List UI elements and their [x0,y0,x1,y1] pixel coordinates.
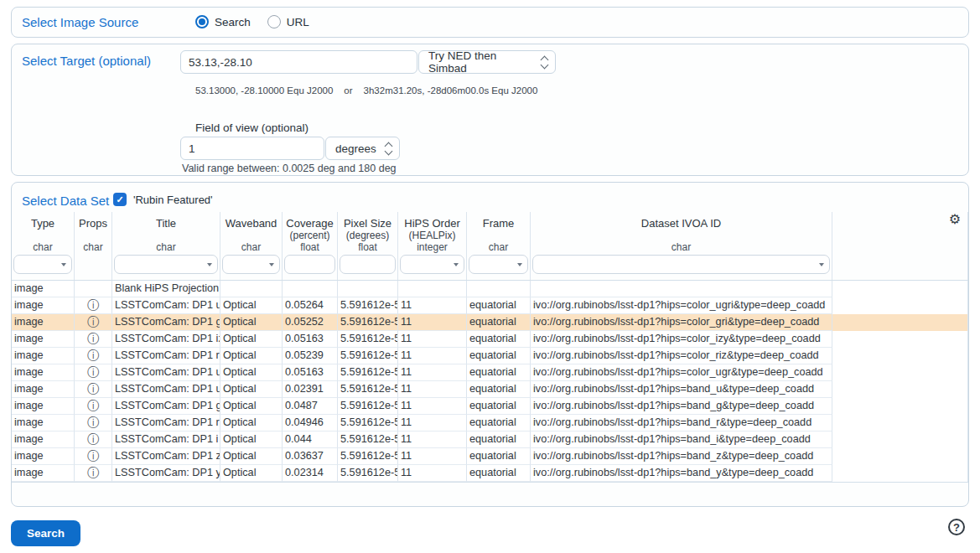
column-header-dataset-ivoa-id[interactable]: Dataset IVOA ID char [531,212,832,280]
info-icon[interactable]: ⓘ [87,399,99,412]
column-header-pixel-size[interactable]: Pixel Size (degrees) float [338,212,398,280]
info-icon[interactable]: ⓘ [87,349,99,362]
column-unit: (degrees) [338,230,397,241]
cell-type: image [12,314,75,331]
resolver-select[interactable]: Try NED then Simbad [418,50,556,74]
coords-sexagesimal: 3h32m31.20s, -28d06m00.0s Equ J2000 [364,85,538,96]
info-icon[interactable]: ⓘ [87,432,99,446]
row-spacer [832,465,968,482]
cell-waveband: Optical [220,432,283,448]
column-filter-area [467,253,530,280]
table-row[interactable]: image ⓘ LSSTComCam: DP1 riz Optical 0.05… [12,348,968,364]
table-row[interactable]: image ⓘ LSSTComCam: DP1 izy Optical 0.05… [12,331,968,348]
rubin-featured-checkbox-group[interactable]: ✓ 'Rubin Featured' [113,193,213,206]
cell-hips-order: 11 [398,448,467,465]
table-row[interactable]: image ⓘ LSSTComCam: DP1 ugr Optical 0.05… [12,364,968,381]
column-datatype: char [112,241,220,253]
help-icon[interactable]: ? [948,519,965,535]
column-filter-input[interactable] [340,255,396,274]
info-icon[interactable]: ⓘ [87,332,99,345]
column-filter-input[interactable] [469,255,528,274]
info-icon[interactable]: ⓘ [87,416,99,429]
column-unit [12,230,74,241]
table-row[interactable]: image ⓘ LSSTComCam: DP1 gri Optical 0.05… [12,314,968,331]
row-spacer [832,448,968,465]
column-filter-area [398,253,466,280]
cell-hips-order: 11 [398,348,467,364]
table-row[interactable]: image ⓘ LSSTComCam: DP1 y Optical 0.0231… [12,465,968,482]
cell-waveband: Optical [220,331,283,348]
cell-ivoa-id: ivo://org.rubinobs/lsst-dp1?hips=band_u&… [531,381,832,398]
row-spacer [832,432,968,448]
select-spinner-icon [542,57,547,68]
column-header-coverage[interactable]: Coverage (percent) float [283,212,338,280]
column-header-waveband[interactable]: Waveband char [220,212,283,280]
radio-search[interactable]: Search [195,15,251,28]
cell-title: LSSTComCam: DP1 izy [112,331,220,348]
cell-hips-order: 11 [398,314,467,331]
table-row[interactable]: image ⓘ LSSTComCam: DP1 i Optical 0.044 … [12,432,968,448]
cell-type: image [12,381,75,398]
target-input[interactable] [180,50,417,74]
column-header-title[interactable]: Title char [112,212,220,280]
info-icon[interactable]: ⓘ [87,449,99,463]
cell-ivoa-id: ivo://org.rubinobs/lsst-dp1?hips=band_g&… [531,398,832,415]
info-icon[interactable]: ⓘ [87,466,99,479]
column-filter-input[interactable] [13,255,72,274]
table-row[interactable]: image ⓘ LSSTComCam: DP1 r Optical 0.0494… [12,415,968,432]
info-icon[interactable]: ⓘ [87,298,99,312]
table-row[interactable]: image ⓘ LSSTComCam: DP1 u Optical 0.0239… [12,381,968,398]
column-header-frame[interactable]: Frame char [467,212,531,280]
column-header-props[interactable]: Props char [75,212,112,280]
table-row[interactable]: image Blank HiPS Projection [12,281,968,297]
cell-pixel-size: 5.591612e-5 [338,448,398,465]
fov-input[interactable] [180,137,324,160]
cell-type: image [12,331,75,348]
cell-type: image [12,297,75,314]
column-datatype: char [220,241,282,253]
column-header-type[interactable]: Type char [12,212,75,280]
cell-props: ⓘ [75,364,112,381]
cell-coverage: 0.044 [283,432,338,448]
info-icon[interactable]: ⓘ [87,382,99,395]
fov-label: Field of view (optional) [195,121,309,134]
cell-waveband [220,281,283,297]
radio-url[interactable]: URL [267,15,309,28]
cell-title: LSSTComCam: DP1 i [112,432,220,448]
cell-title: LSSTComCam: DP1 y [112,465,220,482]
cell-type: image [12,432,75,448]
table-row[interactable]: image ⓘ LSSTComCam: DP1 ugri Optical 0.0… [12,297,968,314]
column-filter-input[interactable] [114,255,218,274]
cell-props: ⓘ [75,465,112,482]
table-row[interactable]: image ⓘ LSSTComCam: DP1 g Optical 0.0487… [12,398,968,415]
column-filter-input[interactable] [532,255,830,274]
column-filter-input[interactable] [284,255,335,274]
info-icon[interactable]: ⓘ [87,365,99,379]
cell-pixel-size: 5.591612e-5 [338,398,398,415]
cell-hips-order: 11 [398,381,467,398]
fov-unit-select[interactable]: degrees [325,137,400,160]
column-filter-input[interactable] [400,255,464,274]
column-header-hips-order[interactable]: HiPS Order (HEALPix) integer [398,212,467,280]
table-settings-gear-icon[interactable]: ⚙ [949,212,961,227]
column-filter-area [531,253,832,280]
cell-ivoa-id: ivo://org.rubinobs/lsst-dp1?hips=color_u… [531,364,832,381]
info-icon[interactable]: ⓘ [87,315,99,328]
cell-hips-order [398,281,467,297]
cell-waveband: Optical [220,297,283,314]
cell-pixel-size: 5.591612e-5 [338,432,398,448]
row-spacer [832,297,968,314]
cell-waveband: Optical [220,415,283,432]
column-filter-input[interactable] [222,255,280,274]
search-button[interactable]: Search [11,520,80,546]
cell-type: image [12,364,75,381]
cell-ivoa-id: ivo://org.rubinobs/lsst-dp1?hips=band_i&… [531,432,832,448]
column-unit [112,230,220,241]
cell-ivoa-id [531,281,832,297]
checkbox-checked-icon[interactable]: ✓ [113,193,127,206]
table-row[interactable]: image ⓘ LSSTComCam: DP1 z Optical 0.0363… [12,448,968,465]
cell-hips-order: 11 [398,465,467,482]
cell-pixel-size: 5.591612e-5 [338,297,398,314]
cell-coverage: 0.05163 [283,364,338,381]
rubin-featured-label: 'Rubin Featured' [133,194,213,206]
